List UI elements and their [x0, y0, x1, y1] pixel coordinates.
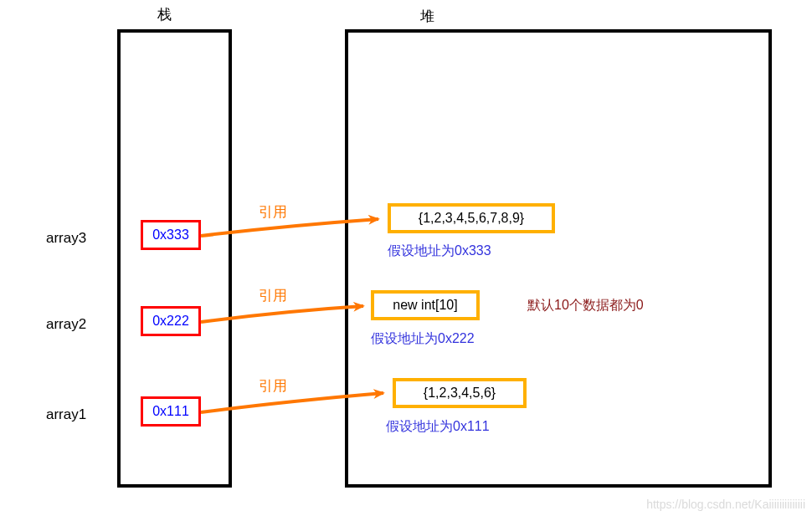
stack-item-label-0: array3	[46, 230, 86, 247]
arrow-label-2: 引用	[259, 376, 287, 396]
stack-item-label-2: array1	[46, 406, 86, 423]
heap-extra-1: 默认10个数据都为0	[527, 297, 644, 314]
heap-item-1: new int[10]	[371, 290, 480, 320]
stack-item-2: 0x111	[141, 396, 201, 427]
arrow-label-0: 引用	[259, 202, 287, 222]
heap-note-0: 假设地址为0x333	[388, 243, 491, 260]
stack-header: 栈	[157, 5, 172, 24]
watermark: https://blog.csdn.net/Kaiiiiiiiiiiiiii	[646, 498, 805, 511]
stack-item-1: 0x222	[141, 306, 201, 336]
stack-item-0: 0x333	[141, 220, 201, 250]
heap-item-0: {1,2,3,4,5,6,7,8,9}	[388, 203, 555, 233]
arrow-label-1: 引用	[259, 286, 287, 305]
stack-item-label-1: array2	[46, 316, 86, 333]
heap-header: 堆	[420, 7, 434, 26]
heap-note-1: 假设地址为0x222	[371, 330, 475, 348]
heap-note-2: 假设地址为0x111	[386, 418, 490, 436]
heap-item-2: {1,2,3,4,5,6}	[393, 378, 527, 408]
